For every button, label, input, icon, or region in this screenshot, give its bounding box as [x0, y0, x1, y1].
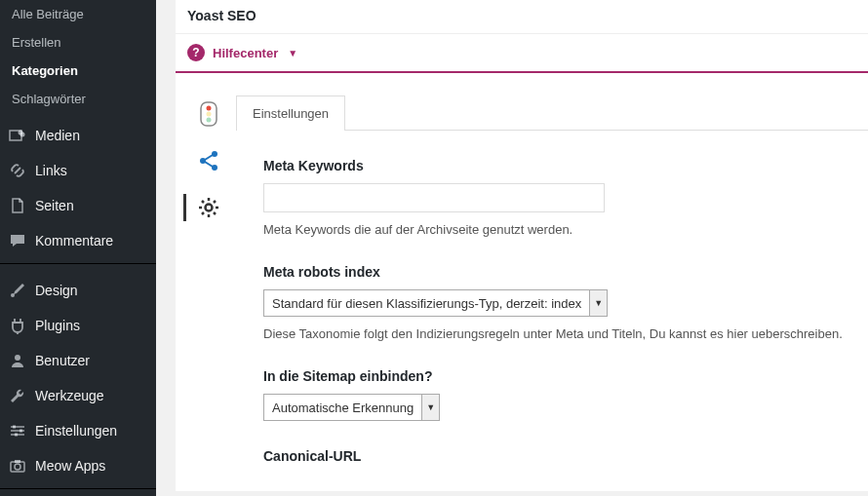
field-meta-keywords: Meta Keywords Meta Keywords die auf der …	[263, 158, 848, 237]
sidebar-item-label: Einstellungen	[35, 423, 117, 439]
sidebar-item-links[interactable]: Links	[0, 153, 156, 188]
user-icon	[8, 351, 27, 370]
svg-point-3	[11, 293, 15, 297]
sidebar-item-kommentare[interactable]: Kommentare	[0, 223, 156, 258]
svg-rect-7	[15, 434, 18, 437]
sitemap-label: In die Sitemap einbinden?	[263, 368, 848, 384]
sidebar-sub-alle-beitraege[interactable]: Alle Beiträge	[0, 0, 156, 28]
tab-content: Einstellungen Meta Keywords Meta Keyword…	[228, 95, 868, 491]
tab-readability-icon[interactable]	[193, 98, 224, 130]
sidebar-item-design[interactable]: Design	[0, 273, 156, 308]
field-canonical: Canonical-URL	[263, 448, 848, 464]
help-icon: ?	[187, 44, 205, 61]
brush-icon	[8, 281, 27, 300]
admin-sidebar: Alle Beiträge Erstellen Kategorien Schla…	[0, 0, 156, 496]
svg-point-13	[207, 112, 212, 117]
helpcenter-toggle[interactable]: ? Hilfecenter ▼	[176, 33, 868, 73]
yoast-metabox: Yoast SEO ? Hilfecenter ▼ Einstellung	[176, 0, 868, 491]
metabox-title: Yoast SEO	[176, 0, 868, 33]
plugin-icon	[8, 316, 27, 335]
sidebar-item-medien[interactable]: Medien	[0, 118, 156, 153]
sidebar-item-label: Seiten	[35, 198, 74, 213]
sidebar-sub-schlagwoerter[interactable]: Schlagwörter	[0, 85, 156, 113]
sidebar-item-label: Werkzeuge	[35, 388, 104, 403]
camera-icon	[8, 456, 27, 476]
tab-settings-icon[interactable]	[193, 192, 224, 223]
svg-point-2	[20, 133, 25, 137]
meta-keywords-label: Meta Keywords	[263, 158, 848, 173]
sidebar-item-label: Medien	[35, 128, 80, 143]
svg-point-9	[15, 464, 20, 470]
svg-rect-10	[15, 460, 20, 463]
sidebar-item-einstellungen[interactable]: Einstellungen	[0, 413, 156, 448]
sitemap-select[interactable]: Automatische Erkennung ▼	[263, 394, 440, 421]
meta-robots-desc: Diese Taxonomie folgt den Indizierungsre…	[263, 326, 848, 341]
sidebar-item-plugins[interactable]: Plugins	[0, 308, 156, 343]
tab-einstellungen[interactable]: Einstellungen	[236, 95, 345, 131]
link-icon	[8, 161, 27, 180]
tab-social-icon[interactable]	[193, 145, 224, 176]
svg-point-14	[207, 118, 212, 123]
chevron-down-icon: ▼	[421, 395, 439, 420]
chevron-down-icon: ▼	[589, 290, 607, 316]
comment-icon	[8, 231, 27, 250]
sidebar-item-label: Plugins	[35, 318, 80, 333]
sidebar-item-werkzeuge[interactable]: Werkzeuge	[0, 378, 156, 413]
meta-robots-select[interactable]: Standard für diesen Klassifizierungs-Typ…	[263, 289, 608, 317]
sidebar-item-seiten[interactable]: Seiten	[0, 188, 156, 223]
media-icon	[8, 126, 27, 145]
vertical-tab-strip	[189, 95, 228, 491]
meta-robots-label: Meta robots index	[263, 264, 848, 280]
select-value: Automatische Erkennung	[264, 395, 421, 420]
sidebar-item-label: Kommentare	[35, 233, 113, 248]
canonical-label: Canonical-URL	[263, 448, 848, 464]
sidebar-item-label: Design	[35, 283, 78, 298]
svg-point-4	[15, 355, 20, 361]
main-content: Yoast SEO ? Hilfecenter ▼ Einstellung	[156, 0, 868, 496]
chevron-down-icon: ▼	[288, 48, 297, 58]
meta-keywords-desc: Meta Keywords die auf der Archivseite ge…	[263, 222, 848, 237]
sidebar-item-label: Meow Apps	[35, 458, 105, 474]
svg-rect-6	[20, 430, 22, 433]
select-value: Standard für diesen Klassifizierungs-Typ…	[264, 290, 589, 316]
sidebar-item-label: Links	[35, 163, 67, 178]
sidebar-sub-erstellen[interactable]: Erstellen	[0, 28, 156, 57]
field-sitemap: In die Sitemap einbinden? Automatische E…	[263, 368, 848, 421]
wrench-icon	[8, 386, 27, 405]
helpcenter-label: Hilfecenter	[213, 46, 278, 60]
sidebar-sub-kategorien[interactable]: Kategorien	[0, 57, 156, 85]
sliders-icon	[8, 421, 27, 440]
svg-point-12	[207, 106, 212, 111]
meta-keywords-input[interactable]	[263, 183, 605, 212]
page-icon	[8, 196, 27, 215]
svg-rect-5	[13, 426, 16, 429]
field-meta-robots: Meta robots index Standard für diesen Kl…	[263, 264, 848, 341]
sidebar-item-label: Benutzer	[35, 353, 90, 368]
svg-point-18	[206, 205, 213, 211]
sidebar-item-meow-apps[interactable]: Meow Apps	[0, 448, 156, 483]
sidebar-item-benutzer[interactable]: Benutzer	[0, 343, 156, 378]
